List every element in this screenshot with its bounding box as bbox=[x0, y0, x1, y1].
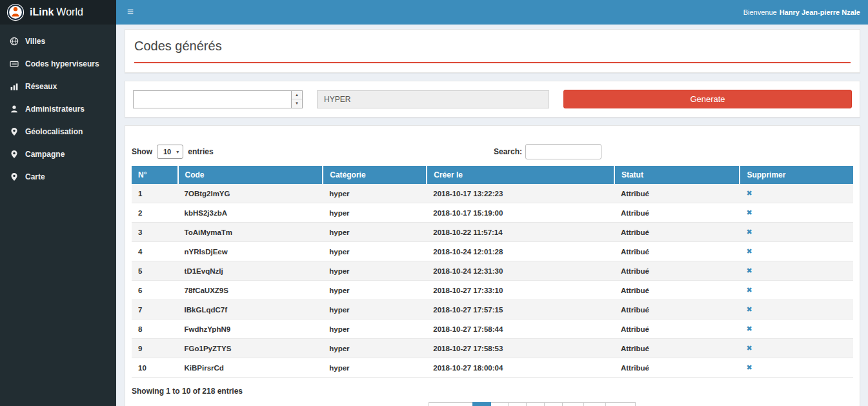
table-row: 3 ToAiMymaTm hyper 2018-10-22 11:57:14 A… bbox=[132, 223, 853, 242]
table-body: 1 7OBtg2lmYG hyper 2018-10-17 13:22:23 A… bbox=[132, 184, 853, 378]
sidebar-item-label: Carte bbox=[25, 172, 45, 181]
globe-icon bbox=[9, 37, 19, 46]
delete-icon[interactable]: ✖ bbox=[746, 363, 752, 371]
row-delete-cell: ✖ bbox=[740, 184, 853, 203]
column-header-created: Créer le bbox=[427, 166, 614, 184]
table-row: 2 kbHS2j3zbA hyper 2018-10-17 15:19:00 A… bbox=[132, 203, 853, 223]
row-code: FwdhzYphN9 bbox=[178, 320, 323, 339]
row-status: Attribué bbox=[614, 339, 740, 358]
category-input[interactable] bbox=[317, 90, 549, 108]
map-marker-icon bbox=[9, 150, 19, 159]
sidebar-item-villes[interactable]: Villes bbox=[0, 30, 116, 52]
chevron-down-icon: ▾ bbox=[176, 149, 179, 155]
row-status: Attribué bbox=[614, 358, 740, 378]
pagination-3[interactable]: 3 bbox=[508, 402, 527, 406]
column-header-delete: Supprimer bbox=[740, 166, 853, 184]
delete-icon[interactable]: ✖ bbox=[746, 267, 752, 274]
row-num: 7 bbox=[132, 300, 178, 320]
pagination-previous[interactable]: Previous bbox=[429, 402, 473, 406]
pagination-5[interactable]: 5 bbox=[544, 402, 563, 406]
row-category: hyper bbox=[323, 339, 427, 358]
search-label: Search: bbox=[494, 147, 522, 156]
delete-icon[interactable]: ✖ bbox=[746, 208, 752, 216]
row-category: hyper bbox=[323, 320, 427, 339]
row-num: 9 bbox=[132, 339, 178, 358]
pagination-1[interactable]: 1 bbox=[472, 402, 491, 406]
sidebar-item-codes-hyperviseurs[interactable]: Codes hyperviseurs bbox=[0, 52, 116, 75]
row-num: 2 bbox=[132, 203, 178, 223]
row-created: 2018-10-22 11:57:14 bbox=[427, 223, 614, 242]
spinner-down-icon[interactable]: ▼ bbox=[292, 99, 302, 108]
sidebar-item-geolocalisation[interactable]: Géolocalisation bbox=[0, 120, 116, 143]
spinner-up-icon[interactable]: ▲ bbox=[292, 91, 302, 100]
row-category: hyper bbox=[323, 281, 427, 300]
delete-icon[interactable]: ✖ bbox=[746, 325, 752, 332]
row-delete-cell: ✖ bbox=[740, 300, 853, 320]
delete-icon[interactable]: ✖ bbox=[746, 286, 752, 294]
delete-icon[interactable]: ✖ bbox=[746, 305, 752, 313]
page-length-select[interactable]: 10 ▾ bbox=[157, 145, 183, 159]
row-num: 1 bbox=[132, 184, 178, 203]
table-row: 10 KiBPirsrCd hyper 2018-10-27 18:00:04 … bbox=[132, 358, 853, 378]
delete-icon[interactable]: ✖ bbox=[746, 189, 752, 197]
row-delete-cell: ✖ bbox=[740, 223, 853, 242]
table-header: N° Code Catégorie Créer le Statut Suppri… bbox=[132, 166, 853, 184]
quantity-spinner-buttons[interactable]: ▲ ▼ bbox=[291, 91, 302, 108]
search-input[interactable] bbox=[525, 144, 601, 159]
row-delete-cell: ✖ bbox=[740, 203, 853, 223]
delete-icon[interactable]: ✖ bbox=[746, 344, 752, 352]
row-created: 2018-10-27 17:58:44 bbox=[427, 320, 614, 339]
row-category: hyper bbox=[323, 242, 427, 261]
welcome-text: Bienvenue Hanry Jean-pierre Nzale bbox=[743, 8, 868, 16]
delete-icon[interactable]: ✖ bbox=[746, 247, 752, 255]
row-category: hyper bbox=[323, 184, 427, 203]
welcome-prefix: Bienvenue bbox=[743, 8, 777, 16]
pagination-4[interactable]: 4 bbox=[526, 402, 545, 406]
column-header-code: Code bbox=[178, 166, 323, 184]
main-area: ≡ Bienvenue Hanry Jean-pierre Nzale Code… bbox=[116, 0, 868, 406]
generator-panel: ▲ ▼ Generate bbox=[125, 81, 860, 117]
column-header-category: Catégorie bbox=[323, 166, 427, 184]
row-status: Attribué bbox=[614, 242, 740, 261]
sidebar-item-reseaux[interactable]: Réseaux bbox=[0, 75, 116, 97]
brand[interactable]: iLinkWorld bbox=[0, 0, 116, 25]
map-marker-icon bbox=[9, 127, 19, 136]
brand-logo-icon bbox=[6, 3, 25, 21]
quantity-input[interactable] bbox=[134, 91, 291, 108]
table-row: 1 7OBtg2lmYG hyper 2018-10-17 13:22:23 A… bbox=[132, 184, 853, 203]
row-status: Attribué bbox=[614, 281, 740, 300]
row-created: 2018-10-27 17:33:10 bbox=[427, 281, 614, 300]
sidebar-item-carte[interactable]: Carte bbox=[0, 165, 116, 188]
generate-button[interactable]: Generate bbox=[563, 90, 852, 108]
sidebar-item-campagne[interactable]: Campagne bbox=[0, 143, 116, 165]
title-panel: Codes générés bbox=[125, 29, 860, 73]
row-category: hyper bbox=[323, 223, 427, 242]
row-code: kbHS2j3zbA bbox=[178, 203, 323, 223]
page-length-control: Show 10 ▾ entries bbox=[132, 145, 214, 159]
pagination-22[interactable]: 22 bbox=[583, 402, 606, 406]
row-num: 4 bbox=[132, 242, 178, 261]
sidebar-item-label: Géolocalisation bbox=[25, 127, 83, 136]
row-num: 8 bbox=[132, 320, 178, 339]
bar-chart-icon bbox=[9, 82, 19, 91]
row-num: 3 bbox=[132, 223, 178, 242]
sidebar-toggle-button[interactable]: ≡ bbox=[116, 0, 145, 25]
row-status: Attribué bbox=[614, 261, 740, 281]
show-label: Show bbox=[132, 147, 152, 156]
title-underline bbox=[134, 62, 851, 63]
user-icon bbox=[9, 105, 19, 114]
pagination-next[interactable]: Next bbox=[605, 402, 636, 406]
menu-icon: ≡ bbox=[127, 6, 134, 19]
brand-title: iLinkWorld bbox=[30, 6, 83, 18]
delete-icon[interactable]: ✖ bbox=[746, 228, 752, 236]
quantity-stepper: ▲ ▼ bbox=[133, 90, 303, 108]
table-row: 4 nYRIsDjEew hyper 2018-10-24 12:01:28 A… bbox=[132, 242, 853, 261]
row-num: 5 bbox=[132, 261, 178, 281]
pagination: Previous12345…22Next bbox=[172, 402, 868, 406]
row-created: 2018-10-24 12:01:28 bbox=[427, 242, 614, 261]
sidebar-item-administrateurs[interactable]: Administrateurs bbox=[0, 97, 116, 120]
table-row: 7 IBkGLqdC7f hyper 2018-10-27 17:57:15 A… bbox=[132, 300, 853, 320]
pagination-2[interactable]: 2 bbox=[490, 402, 509, 406]
row-status: Attribué bbox=[614, 300, 740, 320]
table-row: 6 78fCaUXZ9S hyper 2018-10-27 17:33:10 A… bbox=[132, 281, 853, 300]
